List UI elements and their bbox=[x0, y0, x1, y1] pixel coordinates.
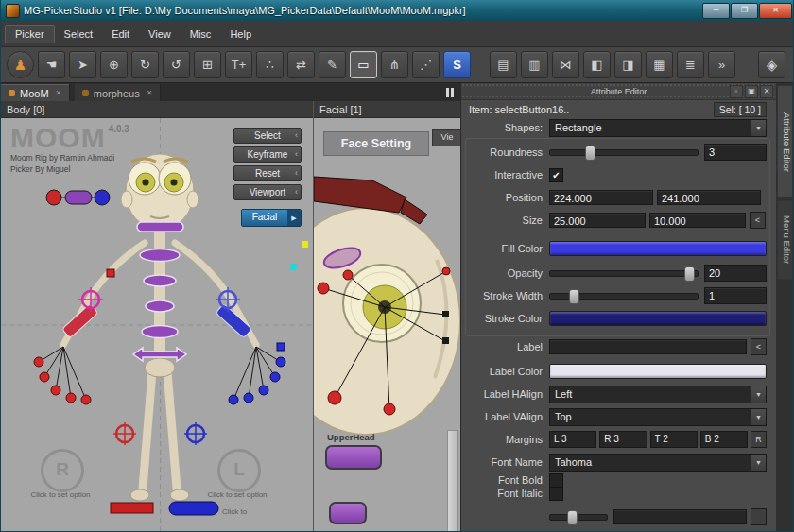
halign-dropdown[interactable]: Left ▼ bbox=[549, 386, 767, 403]
copy-panel-icon[interactable]: ▤ bbox=[490, 51, 517, 78]
tab-close-icon[interactable]: ✕ bbox=[147, 89, 153, 97]
node-tool-icon[interactable]: ⋔ bbox=[381, 51, 408, 78]
ground-picker-bars[interactable] bbox=[111, 502, 218, 515]
menu-misc[interactable]: Misc bbox=[181, 26, 221, 43]
tab-moom[interactable]: MooM ✕ bbox=[1, 84, 70, 102]
topleft-picker-group[interactable] bbox=[46, 190, 110, 205]
font-bold-checkbox[interactable] bbox=[549, 473, 563, 488]
facial-picker-canvas[interactable]: Face Setting Vie UpperHead bbox=[314, 118, 460, 532]
left-option-circle[interactable]: L bbox=[217, 449, 261, 492]
close-button[interactable]: ✕ bbox=[759, 3, 792, 19]
overflow-chevrons-icon[interactable]: » bbox=[708, 51, 735, 78]
duplicate-panel-icon[interactable]: ▥ bbox=[521, 51, 548, 78]
menu-select[interactable]: Select bbox=[55, 26, 103, 43]
clipped-row-slider[interactable] bbox=[549, 514, 608, 521]
add-points-icon[interactable]: ∴ bbox=[256, 51, 284, 78]
app-window: MG-PickerStudio v1 [File: D:\My Document… bbox=[0, 0, 794, 532]
label-expand-button[interactable]: < bbox=[751, 338, 767, 355]
view-button[interactable]: Vie bbox=[432, 129, 460, 146]
character-picker-icon[interactable]: ♟ bbox=[7, 51, 34, 78]
mirror-tool-icon[interactable]: ⇄ bbox=[287, 51, 315, 78]
clipped-row-button[interactable] bbox=[751, 508, 767, 525]
viewport-cube-icon[interactable]: ◈ bbox=[758, 51, 785, 78]
margins-reset-button[interactable]: R bbox=[751, 431, 767, 448]
panel-dock-icon[interactable]: ▣ bbox=[745, 85, 758, 98]
scatter-picker-squares[interactable] bbox=[290, 241, 308, 270]
print-icon[interactable]: ▦ bbox=[646, 51, 673, 78]
dock-right-icon[interactable]: ◨ bbox=[614, 51, 642, 78]
select-arrow-icon[interactable]: ➤ bbox=[69, 51, 96, 78]
stroke-width-value[interactable]: 1 bbox=[704, 287, 767, 304]
viewport-button[interactable]: Viewport‹ bbox=[233, 184, 302, 200]
font-name-dropdown[interactable]: Tahoma ▼ bbox=[549, 454, 767, 472]
facial-nav-button[interactable]: Facial ▶ bbox=[241, 209, 302, 227]
menu-help[interactable]: Help bbox=[220, 26, 261, 43]
sliders-icon[interactable]: ≣ bbox=[677, 51, 704, 78]
size-height-field[interactable]: 10.000 bbox=[649, 213, 746, 228]
shapes-dropdown[interactable]: Rectangle ▼ bbox=[549, 119, 767, 137]
stroke-width-slider[interactable] bbox=[549, 293, 699, 300]
position-x-field[interactable]: 224.000 bbox=[549, 190, 653, 205]
tab-close-icon[interactable]: ✕ bbox=[56, 89, 62, 97]
tab-attribute-editor[interactable]: Attribute Editor bbox=[777, 85, 793, 198]
menu-view[interactable]: View bbox=[139, 26, 181, 43]
font-italic-checkbox[interactable] bbox=[549, 487, 563, 501]
maximize-button[interactable]: ❐ bbox=[731, 3, 758, 19]
upperhead-picker-button[interactable] bbox=[325, 445, 382, 470]
tab-morpheus[interactable]: morpheus ✕ bbox=[75, 84, 162, 102]
interactive-checkbox[interactable]: ✔ bbox=[549, 168, 563, 182]
face-picker-figure[interactable] bbox=[314, 118, 460, 532]
panel-float-icon[interactable]: ▫ bbox=[730, 85, 743, 98]
tab-menu-editor[interactable]: Menu Editor bbox=[777, 200, 793, 280]
left-finger-picker-dots[interactable] bbox=[34, 269, 114, 404]
rotate-ccw-icon[interactable]: ↺ bbox=[163, 51, 190, 78]
facial-scrollbar[interactable] bbox=[447, 430, 458, 532]
lower-picker-button[interactable] bbox=[329, 502, 367, 524]
stroke-color-swatch[interactable] bbox=[549, 311, 767, 326]
keyframe-button[interactable]: Keyframe‹ bbox=[233, 146, 302, 163]
reset-button[interactable]: Reset‹ bbox=[233, 165, 302, 181]
fill-color-swatch[interactable] bbox=[549, 241, 767, 256]
margin-bottom-field[interactable]: B 2 bbox=[700, 431, 748, 448]
roundness-slider[interactable] bbox=[549, 149, 699, 156]
slider-handle[interactable] bbox=[585, 146, 596, 161]
title-bar[interactable]: MG-PickerStudio v1 [File: D:\My Document… bbox=[1, 0, 794, 22]
margin-left-field[interactable]: L 3 bbox=[549, 431, 596, 448]
right-option-circle[interactable]: R bbox=[41, 449, 84, 492]
rotate-cw-icon[interactable]: ↻ bbox=[131, 51, 159, 78]
label-text-field[interactable] bbox=[549, 339, 747, 354]
slider-handle[interactable] bbox=[684, 266, 695, 282]
menu-picker[interactable]: Picker bbox=[5, 25, 55, 43]
opacity-slider[interactable] bbox=[549, 270, 699, 277]
hand-tool-icon[interactable]: ☚ bbox=[38, 51, 65, 78]
margin-top-field[interactable]: T 2 bbox=[650, 431, 698, 448]
minimize-button[interactable]: ─ bbox=[702, 3, 730, 19]
roundness-value[interactable]: 3 bbox=[704, 144, 767, 161]
slider-handle[interactable] bbox=[569, 289, 579, 304]
menu-edit[interactable]: Edit bbox=[102, 26, 139, 43]
text-tool-icon[interactable]: T+ bbox=[225, 51, 252, 78]
line-tool-icon[interactable]: ⋰ bbox=[412, 51, 440, 78]
rectangle-tool-icon[interactable]: ▭ bbox=[350, 51, 377, 78]
mirror-panels-icon[interactable]: ⋈ bbox=[552, 51, 579, 78]
valign-dropdown[interactable]: Top ▼ bbox=[549, 408, 767, 426]
eyedropper-icon[interactable]: ✎ bbox=[319, 51, 346, 78]
add-frame-icon[interactable]: ⊞ bbox=[194, 51, 221, 78]
label-color-swatch[interactable] bbox=[549, 364, 767, 379]
body-picker-canvas[interactable]: MOOM4.0.3 Moom Rig by Ramtin Ahmadi Pick… bbox=[1, 118, 313, 532]
select-button[interactable]: Select‹ bbox=[233, 128, 302, 144]
pause-refresh-icon[interactable] bbox=[442, 86, 457, 98]
clipped-row-field[interactable] bbox=[613, 509, 747, 524]
slider-handle[interactable] bbox=[567, 510, 578, 525]
attribute-editor-titlebar[interactable]: Attribute Editor ▫ ▣ ✕ bbox=[461, 83, 776, 100]
panel-close-icon[interactable]: ✕ bbox=[760, 85, 773, 98]
position-y-field[interactable]: 241.000 bbox=[657, 190, 761, 205]
dock-left-icon[interactable]: ◧ bbox=[583, 51, 611, 78]
opacity-value[interactable]: 20 bbox=[704, 265, 767, 282]
size-width-field[interactable]: 25.000 bbox=[549, 213, 646, 228]
add-rotation-icon[interactable]: ⊕ bbox=[100, 51, 128, 78]
script-button-icon[interactable]: S bbox=[443, 51, 471, 78]
size-expand-button[interactable]: < bbox=[750, 212, 766, 229]
margin-right-field[interactable]: R 3 bbox=[599, 431, 647, 448]
tab-morpheus-label: morpheus bbox=[94, 88, 140, 99]
